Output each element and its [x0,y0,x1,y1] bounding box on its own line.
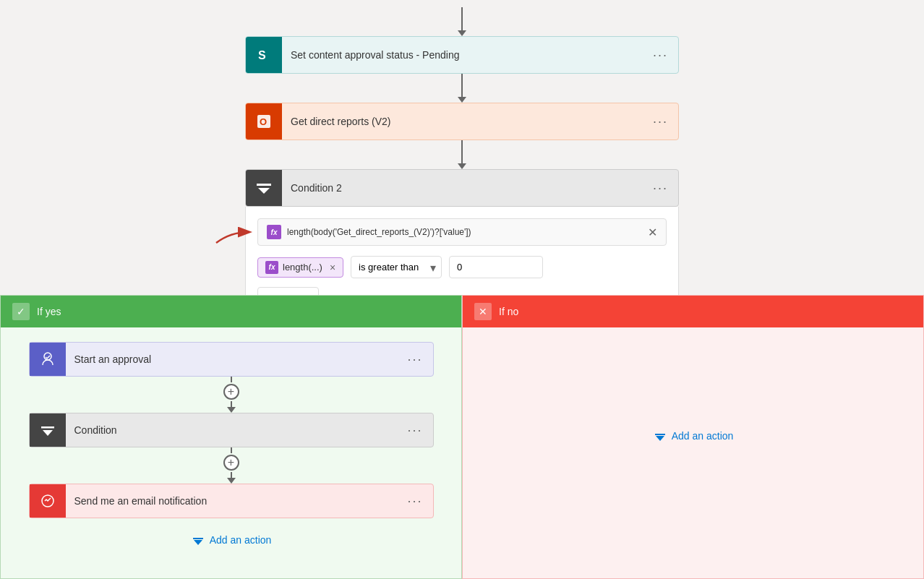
formula-bar-icon: fx [267,225,281,239]
branch-yes-content: Start an approval ··· + Condition [1,327,461,562]
add-action-yes[interactable]: Add an action [191,533,272,547]
svg-marker-11 [194,540,202,545]
connector-arrow-1 [458,97,466,103]
step-email-more[interactable]: ··· [397,494,432,509]
branch-no: ✕ If no Add an action [462,295,924,579]
branch-yes-header: ✓ If yes [1,296,461,327]
formula-bar-close[interactable]: ✕ [648,226,657,239]
operator-select[interactable]: is greater than is less than is equal to… [351,256,442,278]
add-step-button-2[interactable]: + [223,455,239,471]
step-condition-yes[interactable]: Condition ··· [29,413,434,447]
chip-fx-icon: fx [265,261,278,274]
connector-arrow-2 [458,163,466,169]
chip-label: length(...) [283,262,322,273]
no-x-icon: ✕ [474,303,492,320]
step-pending-icon: S [246,37,282,73]
add-action-yes-icon [191,533,205,547]
step-email-title: Send me an email notification [66,485,398,517]
step-pending[interactable]: S Set content approval status - Pending … [245,36,679,74]
add-action-no-icon [653,429,667,443]
branch-no-header: ✕ If no [463,296,923,327]
svg-point-6 [44,353,51,360]
step-email[interactable]: Send me an email notification ··· [29,484,434,518]
connector-arrow-3 [227,407,236,413]
connector-plus-wrapper-2: + [223,447,239,484]
connector-line-2 [461,140,463,163]
step-reports-icon: O [246,103,282,140]
branch-no-label: If no [499,306,518,317]
step-approval-title: Start an approval [66,343,398,375]
formula-bar-text: length(body('Get_direct_reports_(V2)')?[… [287,227,642,237]
add-action-no-label: Add an action [672,430,734,442]
connector-line-1 [461,74,463,97]
step-condition-yes-title: Condition [66,414,398,446]
connector-line-3 [231,377,232,382]
value-input[interactable] [449,256,543,278]
step-condition2-icon [246,170,282,206]
svg-marker-4 [258,188,270,194]
connector-arrow-4 [227,478,236,484]
svg-rect-10 [193,538,203,539]
svg-marker-8 [43,430,53,436]
condition-icon [254,178,274,198]
step-email-icon [30,484,66,518]
connector-2 [458,140,466,169]
connector-line-6 [231,472,232,478]
step-pending-title: Set content approval status - Pending [282,39,643,71]
connector-line [461,7,463,30]
condition-sm-icon [39,421,56,439]
svg-text:O: O [260,116,267,127]
operator-dropdown-wrapper: is greater than is less than is equal to… [351,256,442,278]
step-reports-more[interactable]: ··· [643,114,678,129]
sharepoint-icon: S [254,45,274,65]
step-approval[interactable]: Start an approval ··· [29,342,434,377]
email-icon [39,492,56,510]
branches-container: ✓ If yes Start an approval ··· + [0,295,924,579]
add-action-no-icon-svg [653,429,667,443]
length-chip[interactable]: fx length(...) × [257,257,343,278]
connector-line-5 [231,447,232,453]
add-action-icon-svg [191,533,205,547]
approval-icon [39,351,56,368]
step-reports-title: Get direct reports (V2) [282,106,643,137]
step-condition2[interactable]: Condition 2 ··· [245,169,679,207]
add-action-no[interactable]: Add an action [653,429,734,443]
step-reports[interactable]: O Get direct reports (V2) ··· [245,103,679,140]
svg-rect-7 [41,426,54,429]
branch-no-content: Add an action [463,327,923,544]
step-condition-yes-icon [30,413,66,447]
connector-plus-wrapper: + [223,377,239,413]
svg-rect-12 [655,434,665,435]
condition-row: fx length(...) × is greater than is less… [257,256,667,278]
office-icon: O [254,111,274,132]
step-pending-more[interactable]: ··· [643,48,678,63]
step-approval-more[interactable]: ··· [397,352,432,367]
svg-text:S: S [258,49,266,61]
connector-line-4 [231,401,232,407]
step-condition2-title: Condition 2 [282,172,643,204]
add-step-button[interactable]: + [223,384,239,400]
connector-arrow-down [458,30,466,36]
formula-bar: fx length(body('Get_direct_reports_(V2)'… [257,218,667,246]
svg-rect-3 [257,184,271,186]
red-arrow-annotation [209,218,260,246]
chip-remove[interactable]: × [330,262,335,273]
connector-1 [458,74,466,103]
add-action-yes-label: Add an action [210,534,272,546]
step-condition2-more[interactable]: ··· [643,181,678,196]
flow-canvas: S Set content approval status - Pending … [0,0,924,324]
step-approval-icon [30,343,66,376]
step-condition-yes-more[interactable]: ··· [397,423,432,438]
top-connector [458,7,466,36]
svg-marker-13 [656,436,664,441]
branch-yes: ✓ If yes Start an approval ··· + [0,295,462,579]
yes-check-icon: ✓ [12,303,30,320]
branch-yes-label: If yes [37,306,61,317]
